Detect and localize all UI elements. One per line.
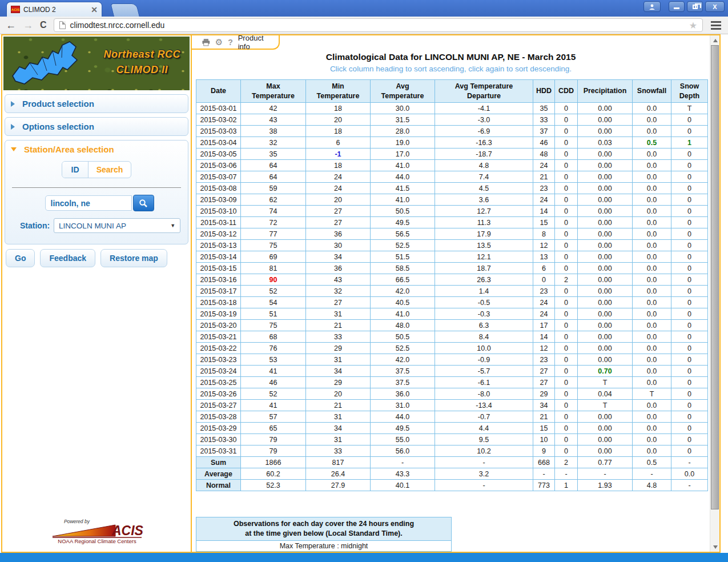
back-button[interactable]: ← <box>6 20 16 30</box>
data-cell: 0 <box>671 434 708 445</box>
settings-gear-icon[interactable]: ⚙ <box>215 37 223 47</box>
data-cell: 0.03 <box>578 137 633 148</box>
data-cell: 0 <box>555 423 578 434</box>
data-cell: 68 <box>241 331 306 343</box>
search-button[interactable] <box>133 195 154 211</box>
data-cell: 41.5 <box>371 183 435 194</box>
panel-options-selection[interactable]: Options selection <box>5 117 188 136</box>
table-row: 2015-03-15813658.518.7600.000.00 <box>196 263 708 274</box>
address-bar[interactable]: climodtest.nrcc.cornell.edu ★ <box>54 18 703 32</box>
data-cell: 0.00 <box>578 445 633 457</box>
tab-search[interactable]: Search <box>89 162 131 178</box>
data-cell: 0.0 <box>633 274 671 286</box>
panel-station-header[interactable]: Station/Area selection <box>11 144 182 154</box>
row-label-cell: Normal <box>196 480 241 491</box>
data-cell: 26.4 <box>306 468 371 480</box>
data-cell: 0 <box>671 354 708 366</box>
tab-id[interactable]: ID <box>62 162 89 178</box>
data-cell: 3.2 <box>435 468 533 480</box>
go-button[interactable]: Go <box>6 249 35 267</box>
acis-logo: Powered by ACIS NOAA Regional Climate Ce… <box>48 517 145 548</box>
data-cell: 0.0 <box>633 343 671 354</box>
data-cell: 10 <box>533 434 555 445</box>
data-cell: 0.0 <box>633 114 671 126</box>
scroll-up-button[interactable] <box>710 36 720 45</box>
scrollbar[interactable] <box>710 35 719 552</box>
data-cell: 79 <box>241 434 306 445</box>
forward-button[interactable]: → <box>23 20 33 30</box>
minimize-icon <box>674 7 679 9</box>
column-header[interactable]: Min Temperature <box>306 80 371 103</box>
column-header[interactable]: Snowfall <box>633 80 671 103</box>
tab-close-icon[interactable]: ✕ <box>91 6 98 14</box>
data-cell: 0 <box>555 445 578 457</box>
panel-product-selection[interactable]: Product selection <box>5 94 188 113</box>
station-select[interactable]: LINCOLN MUNI AP ▼ <box>54 218 180 233</box>
column-header[interactable]: Precipitation <box>578 80 633 103</box>
data-cell: 10.2 <box>435 445 533 457</box>
reload-button[interactable]: C <box>40 21 47 30</box>
data-cell: - <box>555 468 578 480</box>
table-row: 2015-03-06641841.04.82400.000.00 <box>196 160 708 171</box>
observation-row: Max Temperature : midnight <box>196 540 452 551</box>
data-cell: -13.4 <box>435 400 533 411</box>
column-header[interactable]: HDD <box>533 80 555 103</box>
row-label-cell: 2015-03-31 <box>196 445 241 457</box>
table-row: 2015-03-09622041.03.62400.000.00 <box>196 194 708 206</box>
data-cell: 0.0 <box>633 411 671 423</box>
print-icon[interactable] <box>202 38 210 46</box>
data-cell: 36.0 <box>371 388 435 400</box>
data-cell: 27 <box>306 206 371 217</box>
column-header[interactable]: CDD <box>555 80 578 103</box>
table-row: 2015-03-02432031.5-3.03300.000.00 <box>196 114 708 126</box>
data-cell: -0.3 <box>435 308 533 320</box>
data-cell: 0.0 <box>633 331 671 343</box>
data-cell: 0.00 <box>578 263 633 274</box>
table-row: 2015-03-30793155.09.51000.000.00 <box>196 434 708 445</box>
column-header[interactable]: Avg Temperature Departure <box>435 80 533 103</box>
data-cell: -4.1 <box>435 103 533 114</box>
data-cell: 0 <box>555 171 578 183</box>
data-cell: -18.7 <box>435 148 533 160</box>
data-cell: 2 <box>555 274 578 286</box>
climate-data-table: DateMax TemperatureMin TemperatureAvg Te… <box>196 79 708 491</box>
table-row: 2015-03-21683350.58.41400.000.00 <box>196 331 708 343</box>
minimize-button[interactable] <box>669 1 685 12</box>
data-cell: 0 <box>555 388 578 400</box>
browser-tab[interactable]: ACIS CLIMOD 2 ✕ <box>6 2 102 17</box>
table-row: 2015-03-22762952.510.01200.000.00 <box>196 343 708 354</box>
feedback-button[interactable]: Feedback <box>40 249 95 267</box>
restore-map-button[interactable]: Restore map <box>100 249 167 267</box>
column-header[interactable]: Max Temperature <box>241 80 306 103</box>
product-info-label[interactable]: Product info <box>238 34 274 51</box>
column-header[interactable]: Date <box>196 80 241 103</box>
table-row: 2015-03-08592441.54.52300.000.00 <box>196 183 708 194</box>
data-cell: 23 <box>533 354 555 366</box>
close-button[interactable]: X <box>705 1 725 12</box>
data-cell: 33 <box>533 114 555 126</box>
data-cell: 0.5 <box>633 137 671 148</box>
browser-menu-button[interactable] <box>710 20 722 31</box>
page-title: Climatological Data for LINCOLN MUNI AP,… <box>192 52 710 62</box>
main-content: ⚙ ? Product info Climatological Data for… <box>192 35 719 552</box>
data-cell: 53 <box>241 354 306 366</box>
column-header[interactable]: Snow Depth <box>671 80 708 103</box>
scroll-down-button[interactable] <box>710 543 720 551</box>
help-icon[interactable]: ? <box>228 38 233 47</box>
data-cell: 0.0 <box>633 206 671 217</box>
data-cell: 27 <box>533 366 555 377</box>
bookmark-star-icon[interactable]: ★ <box>689 20 697 31</box>
data-cell: 29 <box>533 388 555 400</box>
station-search-input[interactable]: lincoln, ne <box>45 195 132 211</box>
new-tab-button[interactable] <box>110 3 140 17</box>
data-cell: -0.7 <box>435 411 533 423</box>
data-cell: 0 <box>555 160 578 171</box>
data-cell: 0 <box>671 240 708 251</box>
data-cell: 35 <box>241 148 306 160</box>
column-header[interactable]: Avg Temperature <box>371 80 435 103</box>
profile-button[interactable] <box>643 1 661 12</box>
scrollbar-thumb[interactable] <box>711 45 719 509</box>
data-cell: 0 <box>671 228 708 240</box>
acis-triangle-icon <box>53 525 115 536</box>
maximize-button[interactable] <box>687 1 703 12</box>
